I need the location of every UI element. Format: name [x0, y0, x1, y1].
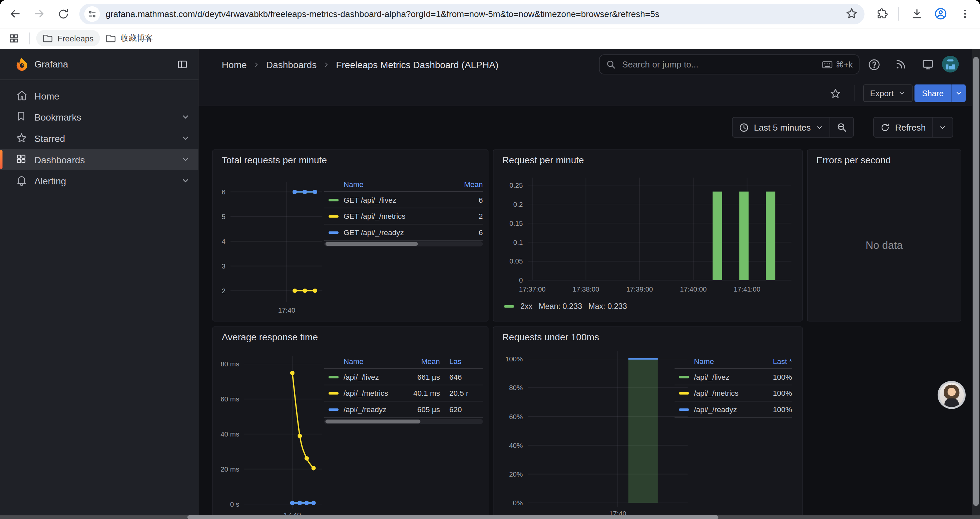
- legend-row[interactable]: GET /api/_/readyz6: [324, 224, 483, 241]
- scrollbar-thumb[interactable]: [326, 420, 421, 423]
- series-color-swatch[interactable]: [679, 408, 689, 410]
- reload-icon[interactable]: [56, 6, 71, 21]
- panel-title[interactable]: Errors per second: [816, 155, 891, 165]
- panel-total-requests-per-minute: Total requests per minute 6543217:40 Nam…: [213, 150, 488, 322]
- series-color-swatch[interactable]: [679, 375, 689, 378]
- chevron-down-icon[interactable]: [181, 176, 190, 185]
- legend-row[interactable]: /api/_/readyz100%: [675, 401, 792, 418]
- sidebar-item-starred[interactable]: Starred: [0, 128, 199, 149]
- scrollbar-thumb[interactable]: [188, 515, 719, 519]
- favorite-star-icon[interactable]: [830, 88, 842, 99]
- sidebar-item-bookmarks[interactable]: Bookmarks: [0, 106, 199, 128]
- folder-icon: [42, 34, 53, 43]
- apps-grid-icon[interactable]: [6, 31, 21, 46]
- panel-requests-under-100ms: Requests under 100ms 100%80%60%40%20%0%1…: [493, 326, 803, 519]
- breadcrumb-separator-icon: [253, 61, 260, 68]
- browser-toolbar: grafana.mathmast.com/d/deytv4rwavabkb/fr…: [0, 0, 980, 28]
- grafana-logo-icon[interactable]: [14, 56, 30, 73]
- chevron-down-icon[interactable]: [181, 155, 190, 164]
- breadcrumb-item[interactable]: Home: [222, 59, 247, 70]
- legend-row[interactable]: GET /api/_/livez6: [324, 192, 483, 208]
- news-rss-icon[interactable]: [893, 57, 908, 72]
- bookmark-folder[interactable]: Freeleaps: [37, 30, 100, 46]
- legend-column-header[interactable]: Name: [344, 180, 435, 189]
- legend-header-row: NameLast *: [675, 355, 792, 369]
- series-color-swatch[interactable]: [679, 392, 689, 394]
- url-text[interactable]: grafana.mathmast.com/d/deytv4rwavabkb/fr…: [105, 4, 849, 24]
- legend-scrollbar[interactable]: [324, 241, 483, 246]
- breadcrumb-item[interactable]: Freeleaps Metrics Dashboard (ALPHA): [336, 59, 498, 70]
- series-value: 605 µs: [406, 405, 440, 414]
- chevron-down-icon[interactable]: [181, 113, 190, 121]
- scrollbar-thumb[interactable]: [973, 57, 979, 506]
- back-icon[interactable]: [7, 6, 22, 21]
- share-label[interactable]: Share: [914, 85, 951, 102]
- sidebar-item-alerting[interactable]: Alerting: [0, 170, 199, 192]
- share-button[interactable]: Share: [914, 85, 965, 102]
- bookmark-folder[interactable]: 收藏博客: [99, 30, 159, 46]
- series-color-swatch[interactable]: [504, 305, 514, 308]
- legend-column-header[interactable]: Last *: [759, 357, 792, 366]
- search-box[interactable]: ⌘+k: [599, 54, 859, 75]
- no-data-message: No data: [808, 240, 961, 252]
- refresh-button[interactable]: Refresh: [874, 118, 932, 137]
- legend-row[interactable]: /api/_/readyz605 µs620: [324, 401, 483, 418]
- legend-column-header[interactable]: Name: [694, 357, 759, 366]
- bookmark-star-icon[interactable]: [845, 7, 858, 20]
- page-vertical-scrollbar[interactable]: [972, 49, 980, 515]
- series-name: /api/_/metrics: [344, 389, 406, 398]
- svg-text:0.1: 0.1: [513, 238, 523, 246]
- assistant-avatar-button[interactable]: [938, 381, 966, 409]
- time-range-picker[interactable]: Last 5 minutes: [733, 118, 830, 137]
- series-value: 100%: [759, 372, 792, 381]
- legend-table: NameMeanLas/api/_/livez661 µs646/api/_/m…: [324, 355, 483, 418]
- extensions-icon[interactable]: [875, 6, 889, 21]
- series-color-swatch[interactable]: [329, 215, 339, 217]
- series-color-swatch[interactable]: [329, 199, 339, 201]
- legend-row[interactable]: /api/_/livez100%: [675, 369, 792, 385]
- series-value: 40.1 ms: [406, 389, 440, 398]
- zoom-out-button[interactable]: [830, 118, 853, 137]
- bookmarks-separator: [29, 32, 30, 45]
- export-button[interactable]: Export: [863, 85, 912, 102]
- series-color-swatch[interactable]: [329, 375, 339, 378]
- series-value: 2: [435, 212, 483, 220]
- share-menu-chevron[interactable]: [951, 85, 965, 102]
- legend-row[interactable]: /api/_/livez661 µs646: [324, 369, 483, 385]
- collapse-sidebar-icon[interactable]: [177, 59, 188, 70]
- forward-icon[interactable]: [32, 6, 47, 21]
- legend-row[interactable]: GET /api/_/metrics2: [324, 208, 483, 225]
- kiosk-monitor-icon[interactable]: [920, 57, 935, 72]
- refresh-interval-chevron[interactable]: [932, 118, 953, 137]
- legend-series-label[interactable]: 2xx: [520, 302, 532, 311]
- svg-text:100%: 100%: [505, 355, 523, 363]
- breadcrumb-item[interactable]: Dashboards: [266, 59, 317, 70]
- legend-column-header[interactable]: Las: [449, 357, 483, 366]
- scrollbar-thumb[interactable]: [326, 242, 418, 246]
- legend-row[interactable]: /api/_/metrics40.1 ms20.5 r: [324, 385, 483, 402]
- page-horizontal-scrollbar[interactable]: [0, 515, 980, 519]
- series-name: /api/_/livez: [694, 372, 759, 381]
- legend-row[interactable]: /api/_/metrics100%: [675, 385, 792, 402]
- help-icon[interactable]: [866, 57, 881, 72]
- chevron-down-icon[interactable]: [181, 134, 190, 143]
- url-bar[interactable]: grafana.mathmast.com/d/deytv4rwavabkb/fr…: [80, 4, 865, 24]
- legend-column-header[interactable]: Mean: [435, 180, 483, 189]
- sidebar-item-dashboards[interactable]: Dashboards: [0, 149, 199, 170]
- chart-request-per-minute[interactable]: 0.250.20.150.10.05017:37:0017:38:0017:39…: [493, 150, 802, 321]
- browser-menu-icon[interactable]: [958, 6, 973, 21]
- profile-icon[interactable]: [933, 6, 948, 21]
- site-settings-icon[interactable]: [84, 6, 100, 22]
- legend-scrollbar[interactable]: [324, 419, 483, 424]
- legend-column-header[interactable]: Name: [344, 357, 406, 366]
- search-input[interactable]: [621, 59, 822, 70]
- series-color-swatch[interactable]: [329, 408, 339, 410]
- series-color-swatch[interactable]: [329, 231, 339, 233]
- legend-column-header[interactable]: Mean: [406, 357, 440, 366]
- series-color-swatch[interactable]: [329, 392, 339, 394]
- series-name: /api/_/readyz: [344, 405, 406, 414]
- downloads-icon[interactable]: [910, 6, 924, 21]
- user-avatar[interactable]: [942, 56, 959, 73]
- time-range-label: Last 5 minutes: [754, 122, 811, 132]
- sidebar-item-home[interactable]: Home: [0, 85, 199, 107]
